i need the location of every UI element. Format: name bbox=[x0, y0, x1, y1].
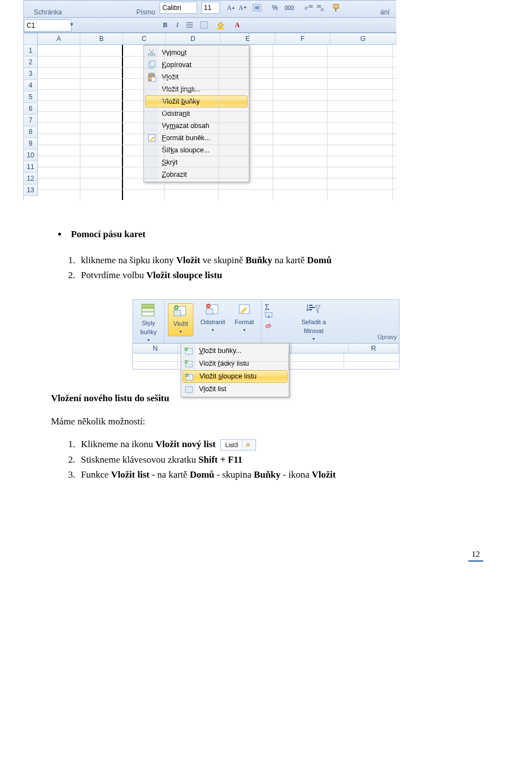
spreadsheet-grid: 12345678910111213 ABCDEFG VyjmoutKopírov… bbox=[24, 33, 396, 200]
insert-button[interactable]: Vložit▾ bbox=[168, 303, 193, 336]
column-header[interactable]: E bbox=[221, 33, 275, 45]
namebox-row: ▾ B I A bbox=[24, 18, 396, 33]
row-header[interactable]: 7 bbox=[24, 115, 38, 126]
svg-rect-12 bbox=[150, 61, 155, 66]
new-sheet-tab-icon: ✲ bbox=[242, 440, 254, 450]
row-header[interactable]: 13 bbox=[24, 185, 38, 196]
name-box[interactable] bbox=[24, 19, 71, 32]
context-menu-item[interactable]: Vyjmout bbox=[145, 47, 248, 59]
column-header[interactable]: C bbox=[123, 33, 166, 45]
row-header[interactable]: 12 bbox=[24, 173, 38, 185]
dropdown-menu-item[interactable]: Vložit list bbox=[182, 383, 288, 396]
column-header[interactable]: B bbox=[80, 33, 123, 45]
font-name-combobox[interactable] bbox=[160, 2, 197, 14]
svg-rect-1 bbox=[255, 6, 259, 9]
row-header[interactable]: 6 bbox=[24, 103, 38, 115]
svg-rect-24 bbox=[206, 309, 213, 314]
paste-icon bbox=[147, 72, 157, 82]
context-menu-item[interactable]: Vložit bbox=[145, 71, 248, 83]
svg-text:.00: .00 bbox=[308, 4, 313, 8]
row-header[interactable]: 1 bbox=[24, 45, 38, 57]
svg-rect-14 bbox=[150, 73, 154, 75]
percent-icon[interactable]: % bbox=[270, 3, 280, 13]
column-header[interactable]: A bbox=[38, 33, 80, 45]
row-header[interactable]: 8 bbox=[24, 126, 38, 138]
row-header[interactable]: 10 bbox=[24, 150, 38, 161]
page-number: 12 bbox=[468, 549, 483, 562]
svg-rect-6 bbox=[334, 4, 339, 8]
format-button[interactable]: Formát▾ bbox=[232, 303, 257, 333]
step1-sheet: Klikneme na ikonu Vložit nový list List3… bbox=[78, 438, 481, 452]
sort-filter-button[interactable]: Seřadit a filtrovat▾ bbox=[298, 303, 329, 342]
step2-text: Potvrdíme volbu Vložit sloupce listu bbox=[78, 269, 481, 283]
font-color-icon[interactable]: A bbox=[232, 20, 242, 30]
context-menu-item[interactable]: Kopírovat bbox=[145, 59, 248, 71]
row-header[interactable]: 3 bbox=[24, 68, 38, 80]
merge-cells-icon[interactable] bbox=[252, 3, 262, 13]
format-icon bbox=[147, 133, 157, 143]
column-header[interactable]: G bbox=[330, 33, 396, 45]
select-all-cell[interactable] bbox=[24, 33, 38, 45]
ribbon-group-editing-label: Úpravy bbox=[377, 333, 397, 342]
decrease-decimal-icon[interactable]: .00.0 bbox=[315, 3, 325, 13]
ribbon-group-clipboard-label: Schránka bbox=[34, 8, 62, 16]
row-header[interactable]: 11 bbox=[24, 161, 38, 173]
svg-rect-37 bbox=[186, 387, 192, 392]
context-menu-item[interactable]: Šířka sloupce... bbox=[145, 144, 248, 156]
fill-color-icon[interactable] bbox=[216, 20, 226, 30]
format-painter-icon[interactable] bbox=[332, 3, 342, 13]
svg-rect-28 bbox=[266, 324, 271, 328]
sheet-tab-inline: List3✲ bbox=[220, 439, 255, 450]
ribbon: Styly buňky▾ Vložit▾ Odstranit▾ Formát▾ bbox=[133, 300, 399, 344]
insert-variant-icon bbox=[185, 372, 195, 382]
column-header[interactable] bbox=[291, 344, 349, 354]
svg-rect-18 bbox=[142, 308, 154, 312]
insert-variant-icon bbox=[184, 385, 194, 395]
decrease-font-icon[interactable]: A▼ bbox=[238, 3, 248, 13]
intro-text: Máme několik možností: bbox=[51, 415, 481, 429]
clear-icon[interactable] bbox=[265, 322, 273, 331]
copy-icon bbox=[147, 60, 157, 70]
context-menu-item[interactable]: Zobrazit bbox=[145, 168, 248, 181]
fill-icon[interactable] bbox=[265, 312, 273, 321]
svg-rect-17 bbox=[142, 304, 154, 308]
column-header[interactable]: F bbox=[275, 33, 330, 45]
column-header[interactable]: R bbox=[349, 344, 399, 354]
italic-icon[interactable]: I bbox=[172, 20, 182, 30]
excel-context-menu-screenshot: Schránka Písmo A▲ A▼ % 000 .0.00 .00.0 á… bbox=[23, 0, 396, 200]
ribbon-group-right-fragment: ání bbox=[380, 8, 390, 16]
align-icon[interactable] bbox=[185, 20, 195, 30]
svg-rect-8 bbox=[217, 28, 224, 29]
column-header[interactable]: N bbox=[133, 344, 178, 354]
step3-sheet: Funkce Vložit list - na kartě Domů - sku… bbox=[78, 468, 481, 482]
svg-text:.0: .0 bbox=[320, 7, 324, 12]
increase-font-icon[interactable]: A▲ bbox=[226, 3, 236, 13]
dropdown-menu-item[interactable]: Vložit sloupce listu bbox=[182, 370, 288, 383]
cell-styles-button[interactable]: Styly buňky▾ bbox=[136, 303, 161, 343]
heading-bullet: Pomocí pásu karet bbox=[68, 228, 481, 242]
row-header[interactable]: 2 bbox=[24, 57, 38, 68]
delete-button[interactable]: Odstranit▾ bbox=[198, 303, 228, 333]
context-menu-item[interactable]: Odstranit bbox=[145, 107, 248, 120]
context-menu: VyjmoutKopírovatVložitVložit jinak...Vlo… bbox=[144, 45, 249, 182]
svg-rect-19 bbox=[142, 312, 154, 316]
font-size-combobox[interactable] bbox=[201, 2, 220, 14]
context-menu-item[interactable]: Vymazat obsah bbox=[145, 120, 248, 132]
step2-sheet: Stiskneme klávesovou zkratku Shift + F11 bbox=[78, 453, 481, 467]
row-header[interactable]: 9 bbox=[24, 138, 38, 150]
step1-text: klikneme na šipku ikony Vložit ve skupin… bbox=[78, 254, 481, 268]
comma-style-icon[interactable]: 000 bbox=[284, 3, 294, 13]
borders-icon[interactable] bbox=[199, 20, 209, 30]
increase-decimal-icon[interactable]: .0.00 bbox=[303, 3, 313, 13]
svg-rect-35 bbox=[188, 375, 190, 380]
ribbon-labels-row: Schránka Písmo A▲ A▼ % 000 .0.00 .00.0 á… bbox=[24, 0, 396, 18]
column-header[interactable]: D bbox=[166, 33, 221, 45]
svg-rect-21 bbox=[174, 310, 181, 316]
row-header[interactable]: 4 bbox=[24, 80, 38, 91]
excel-ribbon-dropdown-screenshot: Styly buňky▾ Vložit▾ Odstranit▾ Formát▾ bbox=[132, 299, 400, 370]
name-box-dropdown-icon[interactable]: ▾ bbox=[70, 21, 73, 27]
bold-icon[interactable]: B bbox=[160, 20, 170, 30]
context-menu-item[interactable]: Vložit buňky bbox=[145, 95, 248, 107]
row-header[interactable]: 5 bbox=[24, 91, 38, 103]
ribbon-group-font-label: Písmo bbox=[136, 8, 155, 16]
